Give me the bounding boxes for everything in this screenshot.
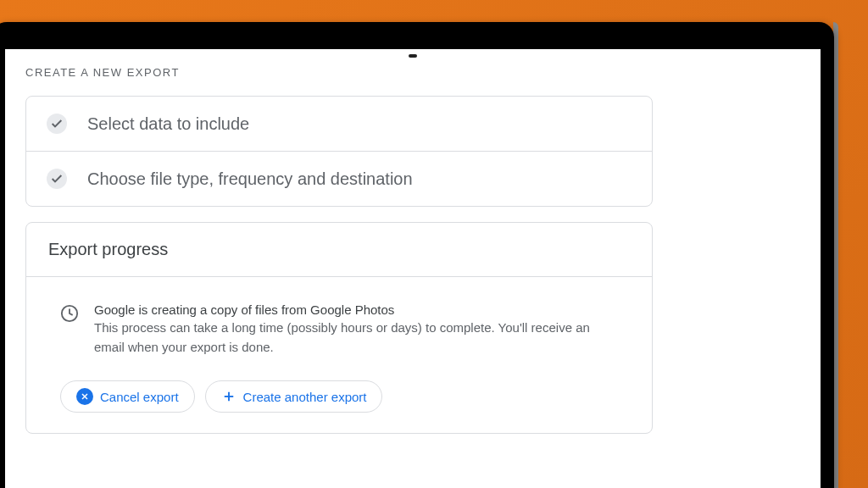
cancel-icon	[76, 388, 93, 405]
cancel-export-button[interactable]: Cancel export	[60, 380, 195, 413]
create-another-label: Create another export	[243, 390, 367, 404]
progress-card: Export progress Google is creating a cop…	[25, 222, 653, 434]
progress-header: Export progress	[26, 223, 652, 277]
check-icon	[47, 114, 67, 134]
create-another-export-button[interactable]: Create another export	[205, 380, 383, 413]
check-icon	[47, 169, 67, 189]
cancel-button-label: Cancel export	[100, 390, 179, 404]
step-select-data[interactable]: Select data to include	[26, 97, 652, 151]
steps-card: Select data to include Choose file type,…	[25, 96, 653, 207]
step-file-type[interactable]: Choose file type, frequency and destinat…	[26, 151, 652, 206]
step-label: Choose file type, frequency and destinat…	[87, 169, 413, 189]
plus-icon	[221, 389, 236, 404]
page-title: CREATE A NEW EXPORT	[25, 66, 800, 79]
progress-description: This process can take a long time (possi…	[94, 319, 594, 357]
progress-title: Export progress	[48, 240, 630, 259]
clock-icon	[60, 304, 79, 323]
step-label: Select data to include	[87, 114, 249, 134]
progress-message: Google is creating a copy of files from …	[94, 302, 594, 317]
